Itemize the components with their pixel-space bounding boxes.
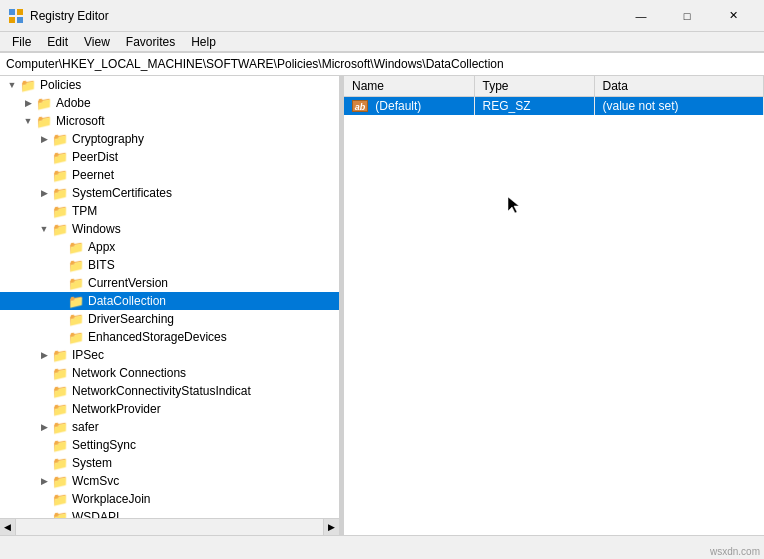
expand-spacer bbox=[36, 509, 52, 518]
tree-item-tpm[interactable]: 📁 TPM bbox=[0, 202, 339, 220]
reg-name-cell: ab (Default) bbox=[344, 96, 474, 115]
tree-item-bits[interactable]: 📁 BITS bbox=[0, 256, 339, 274]
folder-icon: 📁 bbox=[52, 383, 68, 399]
hscroll-track bbox=[16, 519, 323, 535]
app-icon bbox=[8, 8, 24, 24]
col-header-type: Type bbox=[474, 76, 594, 96]
tree-scroll-area[interactable]: ▼ 📁 Policies ▶ 📁 Adobe ▼ 📁 Microsoft ▶ 📁… bbox=[0, 76, 339, 518]
tree-item-systemcerts[interactable]: ▶ 📁 SystemCertificates bbox=[0, 184, 339, 202]
minimize-button[interactable]: — bbox=[618, 0, 664, 32]
tree-item-networkprovider[interactable]: 📁 NetworkProvider bbox=[0, 400, 339, 418]
tree-label: Microsoft bbox=[54, 114, 105, 128]
menu-file[interactable]: File bbox=[4, 33, 39, 51]
registry-table: Name Type Data ab (Default) REG_SZ (valu… bbox=[344, 76, 764, 115]
folder-icon: 📁 bbox=[52, 509, 68, 518]
window-controls: — □ ✕ bbox=[618, 0, 756, 32]
folder-icon: 📁 bbox=[52, 149, 68, 165]
tree-item-peerdist[interactable]: 📁 PeerDist bbox=[0, 148, 339, 166]
tree-label: TPM bbox=[70, 204, 97, 218]
close-button[interactable]: ✕ bbox=[710, 0, 756, 32]
menu-help[interactable]: Help bbox=[183, 33, 224, 51]
expand-icon[interactable]: ▶ bbox=[36, 473, 52, 489]
expand-spacer bbox=[36, 491, 52, 507]
expand-icon[interactable]: ▶ bbox=[36, 131, 52, 147]
expand-icon[interactable]: ▶ bbox=[36, 185, 52, 201]
expand-icon[interactable]: ▼ bbox=[4, 77, 20, 93]
tree-item-settingsync[interactable]: 📁 SettingSync bbox=[0, 436, 339, 454]
tree-item-driversearching[interactable]: 📁 DriverSearching bbox=[0, 310, 339, 328]
folder-icon: 📁 bbox=[68, 257, 84, 273]
tree-item-ipsec[interactable]: ▶ 📁 IPSec bbox=[0, 346, 339, 364]
tree-label: Adobe bbox=[54, 96, 91, 110]
tree-hscroll[interactable]: ◀ ▶ bbox=[0, 518, 339, 535]
expand-spacer bbox=[36, 203, 52, 219]
tree-item-policies[interactable]: ▼ 📁 Policies bbox=[0, 76, 339, 94]
expand-spacer bbox=[52, 329, 68, 345]
tree-item-windows[interactable]: ▼ 📁 Windows bbox=[0, 220, 339, 238]
folder-icon: 📁 bbox=[36, 113, 52, 129]
menu-favorites[interactable]: Favorites bbox=[118, 33, 183, 51]
data-empty-area bbox=[344, 115, 764, 536]
watermark-text: wsxdn.com bbox=[710, 546, 760, 557]
tree-item-microsoft[interactable]: ▼ 📁 Microsoft bbox=[0, 112, 339, 130]
address-bar: Computer\HKEY_LOCAL_MACHINE\SOFTWARE\Pol… bbox=[0, 52, 764, 76]
tree-item-wsdapi[interactable]: 📁 WSDAPI bbox=[0, 508, 339, 518]
tree-item-enhancedstorage[interactable]: 📁 EnhancedStorageDevices bbox=[0, 328, 339, 346]
folder-icon: 📁 bbox=[52, 491, 68, 507]
svg-rect-2 bbox=[9, 17, 15, 23]
tree-item-workplacejoin[interactable]: 📁 WorkplaceJoin bbox=[0, 490, 339, 508]
tree-label: Network Connections bbox=[70, 366, 186, 380]
tree-label: Peernet bbox=[70, 168, 114, 182]
tree-item-safer[interactable]: ▶ 📁 safer bbox=[0, 418, 339, 436]
tree-item-wcmsvc[interactable]: ▶ 📁 WcmSvc bbox=[0, 472, 339, 490]
folder-icon: 📁 bbox=[52, 167, 68, 183]
tree-label: Cryptography bbox=[70, 132, 144, 146]
expand-icon[interactable]: ▶ bbox=[36, 419, 52, 435]
tree-label: WSDAPI bbox=[70, 510, 119, 518]
expand-spacer bbox=[36, 401, 52, 417]
reg-value-icon: ab bbox=[352, 100, 368, 112]
folder-icon: 📁 bbox=[52, 347, 68, 363]
expand-spacer bbox=[36, 365, 52, 381]
menu-view[interactable]: View bbox=[76, 33, 118, 51]
tree-label: SettingSync bbox=[70, 438, 136, 452]
tree-label: BITS bbox=[86, 258, 115, 272]
tree-label: CurrentVersion bbox=[86, 276, 168, 290]
expand-spacer bbox=[52, 293, 68, 309]
tree-label: WcmSvc bbox=[70, 474, 119, 488]
menu-bar: File Edit View Favorites Help bbox=[0, 32, 764, 52]
window-title: Registry Editor bbox=[30, 9, 618, 23]
tree-label: Policies bbox=[38, 78, 81, 92]
cursor-area bbox=[504, 195, 524, 215]
menu-edit[interactable]: Edit bbox=[39, 33, 76, 51]
hscroll-right[interactable]: ▶ bbox=[323, 519, 339, 535]
folder-icon: 📁 bbox=[52, 419, 68, 435]
tree-item-peernet[interactable]: 📁 Peernet bbox=[0, 166, 339, 184]
folder-icon: 📁 bbox=[52, 437, 68, 453]
folder-icon: 📁 bbox=[52, 185, 68, 201]
expand-icon[interactable]: ▼ bbox=[36, 221, 52, 237]
maximize-button[interactable]: □ bbox=[664, 0, 710, 32]
tree-item-cryptography[interactable]: ▶ 📁 Cryptography bbox=[0, 130, 339, 148]
expand-icon[interactable]: ▶ bbox=[36, 347, 52, 363]
tree-item-datacollection[interactable]: 📁 DataCollection bbox=[0, 292, 339, 310]
tree-item-system[interactable]: 📁 System bbox=[0, 454, 339, 472]
tree-item-networkconn[interactable]: 📁 Network Connections bbox=[0, 364, 339, 382]
folder-icon: 📁 bbox=[68, 239, 84, 255]
table-row[interactable]: ab (Default) REG_SZ (value not set) bbox=[344, 96, 764, 115]
hscroll-left[interactable]: ◀ bbox=[0, 519, 16, 535]
tree-item-appx[interactable]: 📁 Appx bbox=[0, 238, 339, 256]
tree-item-currentversion[interactable]: 📁 CurrentVersion bbox=[0, 274, 339, 292]
tree-label: NetworkProvider bbox=[70, 402, 161, 416]
folder-icon: 📁 bbox=[68, 329, 84, 345]
col-header-data: Data bbox=[594, 76, 764, 96]
tree-item-adobe[interactable]: ▶ 📁 Adobe bbox=[0, 94, 339, 112]
col-header-name: Name bbox=[344, 76, 474, 96]
tree-panel: ▼ 📁 Policies ▶ 📁 Adobe ▼ 📁 Microsoft ▶ 📁… bbox=[0, 76, 340, 535]
expand-icon[interactable]: ▶ bbox=[20, 95, 36, 111]
tree-label: WorkplaceJoin bbox=[70, 492, 150, 506]
tree-label: Appx bbox=[86, 240, 115, 254]
expand-spacer bbox=[52, 257, 68, 273]
tree-item-netconnstatus[interactable]: 📁 NetworkConnectivityStatusIndicat bbox=[0, 382, 339, 400]
expand-icon[interactable]: ▼ bbox=[20, 113, 36, 129]
